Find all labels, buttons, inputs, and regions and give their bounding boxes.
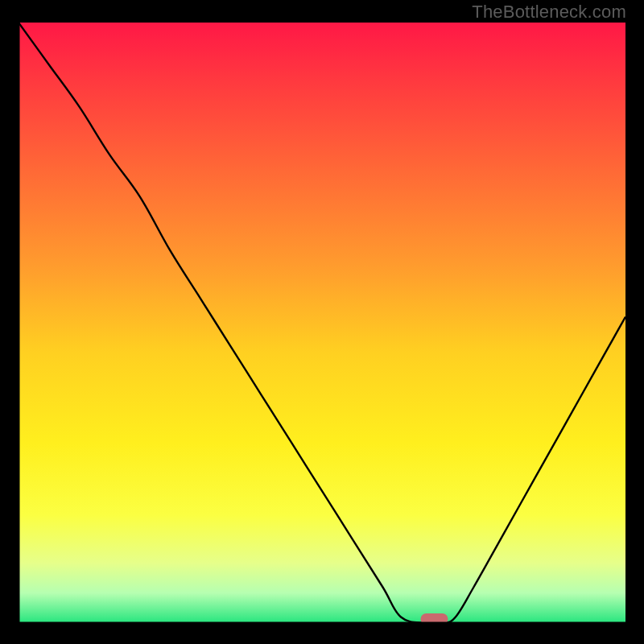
bottleneck-chart — [0, 0, 644, 644]
chart-frame: { "watermark": "TheBottleneck.com", "col… — [0, 0, 644, 644]
gradient-background — [19, 23, 625, 623]
